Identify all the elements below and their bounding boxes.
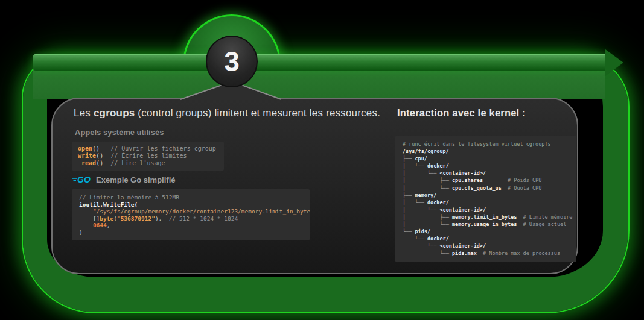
- step-number-badge: 3: [206, 36, 258, 87]
- timeline-arrow-bar: [33, 54, 607, 71]
- syscalls-code-block: open() // Ouvrir les fichiers cgroupwrit…: [72, 142, 224, 171]
- timeline-arrowhead-icon: [605, 49, 623, 76]
- main-title-prefix: Les: [74, 107, 94, 119]
- timeline-underband: [33, 69, 605, 99]
- slide-stage: Les cgroups (control groups) limitent et…: [0, 0, 644, 320]
- content-card: Les cgroups (control groups) limitent et…: [51, 98, 578, 274]
- go-code-block: // Limiter la mémoire à 512MBioutil.Writ…: [72, 189, 310, 240]
- svg-text:GO: GO: [77, 175, 91, 184]
- go-heading: Exemple Go simplifié: [96, 175, 176, 184]
- kernel-title: Interaction avec le kernel :: [397, 107, 526, 119]
- main-title-suffix: (control groups) limitent et mesurent le…: [135, 107, 380, 119]
- go-logo-icon: GO: [72, 175, 92, 184]
- go-example-heading-row: GO Exemple Go simplifié: [72, 175, 176, 184]
- main-title: Les cgroups (control groups) limitent et…: [74, 107, 380, 119]
- main-title-keyword: cgroups: [94, 107, 135, 119]
- syscalls-heading: Appels système utilisés: [75, 128, 164, 137]
- step-number: 3: [224, 45, 240, 78]
- cgroupfs-tree-block: # runc écrit dans le filesystem virtuel …: [395, 136, 576, 262]
